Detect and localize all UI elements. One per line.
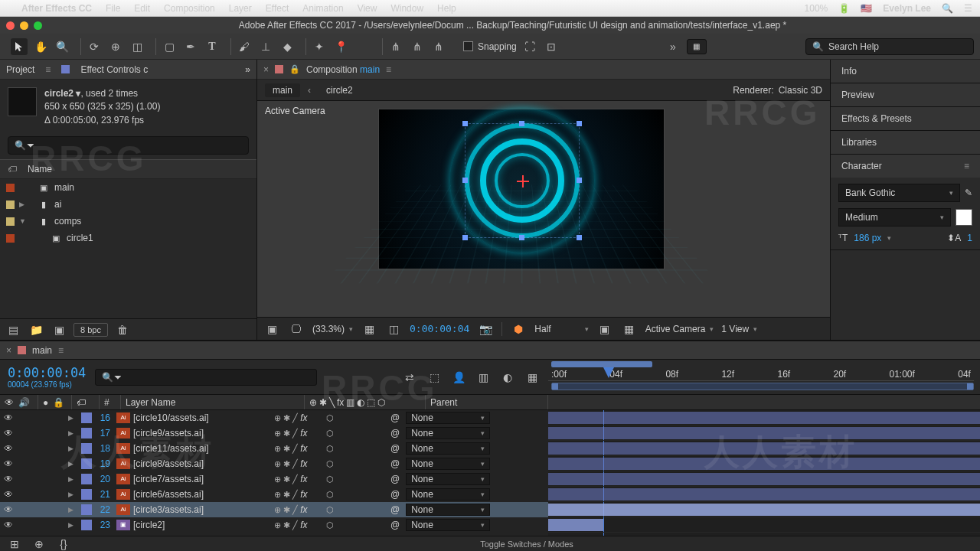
- layer-bar[interactable]: [548, 427, 980, 439]
- rotation-tool[interactable]: ⟳: [86, 38, 103, 55]
- handle-bc[interactable]: [519, 235, 524, 240]
- hand-tool[interactable]: ✋: [32, 38, 49, 55]
- delete-icon[interactable]: 🗑: [114, 321, 131, 338]
- always-preview-icon[interactable]: ▣: [263, 321, 280, 337]
- graph-editor-icon[interactable]: ▦: [524, 369, 541, 386]
- label-swatch[interactable]: [81, 443, 92, 454]
- visibility-toggle[interactable]: 👁: [0, 489, 17, 500]
- timeline-current-time[interactable]: 0:00:00:04: [8, 365, 86, 380]
- eye-column-icon[interactable]: 👁: [5, 397, 14, 408]
- snap-collapse-icon[interactable]: ⊡: [543, 38, 560, 55]
- search-icon[interactable]: 🔍: [942, 3, 953, 14]
- panel-overflow-icon[interactable]: »: [245, 64, 250, 75]
- panel-menu-icon[interactable]: ≡: [386, 64, 391, 75]
- layer-name[interactable]: [circle11/assets.ai]: [133, 443, 270, 454]
- layer-bar[interactable]: [548, 488, 980, 500]
- close-tab-icon[interactable]: ×: [6, 345, 11, 356]
- world-axis-mode[interactable]: ⋔: [409, 38, 426, 55]
- composition-viewer[interactable]: Active Camera: [257, 101, 830, 317]
- parent-dropdown[interactable]: None▾: [406, 473, 490, 485]
- layer-row[interactable]: 👁 ▶ 19 Ai [circle8/assets.ai] ⊕ ✱ ╱ fx ⬡…: [0, 456, 548, 471]
- toggle-switches-modes[interactable]: Toggle Switches / Modes: [480, 540, 573, 549]
- handle-tr[interactable]: [577, 121, 582, 126]
- layer-row[interactable]: 👁 ▶ 20 Ai [circle7/assets.ai] ⊕ ✱ ╱ fx ⬡…: [0, 471, 548, 487]
- anchor-point-icon[interactable]: [519, 178, 527, 185]
- parent-dropdown[interactable]: None▾: [406, 427, 490, 439]
- flag-icon[interactable]: 🇺🇸: [861, 3, 872, 14]
- workspace-switcher[interactable]: ▦: [687, 39, 707, 54]
- snap-edge-icon[interactable]: ⛶: [521, 38, 538, 55]
- fill-color-swatch[interactable]: [956, 209, 972, 226]
- new-comp-icon[interactable]: ▣: [51, 321, 67, 338]
- label-swatch[interactable]: [81, 412, 92, 423]
- menu-help[interactable]: Help: [437, 3, 456, 14]
- shy-icon[interactable]: 👤: [450, 369, 467, 386]
- font-size-value[interactable]: 186 px: [854, 233, 881, 243]
- pan-behind-tool[interactable]: ◫: [129, 38, 145, 55]
- project-list[interactable]: ▣ main ▶ ▮ ai ▼ ▮ comps ▣ circle1: [0, 179, 256, 318]
- parent-dropdown[interactable]: None▾: [406, 458, 490, 470]
- handle-lc[interactable]: [462, 178, 468, 183]
- close-tab-icon[interactable]: ×: [263, 64, 269, 75]
- zoom-tool[interactable]: 🔍: [54, 38, 70, 55]
- tab-effect-controls[interactable]: Effect Controls c: [80, 64, 148, 75]
- twirl-icon[interactable]: ▶: [63, 506, 78, 514]
- label-column-icon[interactable]: 🏷: [8, 164, 17, 174]
- twirl-icon[interactable]: ▶: [63, 521, 78, 529]
- unified-camera-tool[interactable]: ⊕: [107, 38, 124, 55]
- pickwhip-icon[interactable]: @: [390, 412, 400, 423]
- layer-bar[interactable]: [548, 458, 980, 470]
- switch-col-icon[interactable]: ⊕: [309, 397, 317, 408]
- rectangle-tool[interactable]: ▢: [161, 38, 178, 55]
- panel-menu-icon[interactable]: ≡: [58, 345, 64, 356]
- view-axis-mode[interactable]: ⋔: [430, 38, 447, 55]
- minimize-window-button[interactable]: [20, 21, 28, 30]
- mask-visibility-icon[interactable]: ◫: [385, 321, 402, 337]
- pickwhip-icon[interactable]: @: [390, 474, 400, 484]
- app-name[interactable]: After Effects CC: [21, 3, 92, 14]
- search-help-field[interactable]: 🔍 Search Help: [805, 38, 974, 55]
- layer-bar[interactable]: [548, 519, 603, 531]
- parent-dropdown[interactable]: None▾: [406, 412, 490, 424]
- switch-col-icon[interactable]: ◐: [357, 397, 364, 408]
- menu-edit[interactable]: Edit: [134, 3, 150, 14]
- label-swatch[interactable]: [81, 458, 92, 469]
- pickwhip-icon[interactable]: @: [390, 458, 400, 469]
- frame-blend-icon[interactable]: ▥: [475, 369, 492, 386]
- track-row[interactable]: [548, 471, 980, 487]
- switch-col-icon[interactable]: ▥: [346, 397, 354, 408]
- resolution-grid-icon[interactable]: ▦: [361, 321, 377, 337]
- label-swatch[interactable]: [81, 520, 92, 530]
- switch-col-icon[interactable]: ╲: [329, 397, 335, 408]
- zoom-window-button[interactable]: [34, 21, 42, 30]
- snapshot-icon[interactable]: 📷: [477, 321, 494, 337]
- twirl-icon[interactable]: ▶: [63, 445, 78, 452]
- project-search[interactable]: 🔍⏷: [8, 136, 249, 155]
- pickwhip-icon[interactable]: @: [390, 428, 400, 439]
- project-row[interactable]: ▣ main: [0, 179, 256, 196]
- parent-column[interactable]: Parent: [430, 397, 457, 408]
- menu-view[interactable]: View: [358, 3, 377, 14]
- menu-extras-icon[interactable]: ☰: [964, 3, 972, 14]
- label-swatch[interactable]: [81, 489, 92, 500]
- layer-name[interactable]: [circle7/assets.ai]: [133, 474, 270, 484]
- layer-name[interactable]: [circle9/assets.ai]: [133, 428, 270, 439]
- panel-preview[interactable]: Preview: [831, 83, 980, 106]
- pickwhip-icon[interactable]: @: [390, 489, 400, 500]
- work-area-bar[interactable]: [551, 361, 652, 367]
- layer-switches[interactable]: ⊕ ✱ ╱ fx ⬡: [270, 489, 384, 500]
- layer-name[interactable]: [circle2]: [133, 520, 270, 530]
- track-row[interactable]: [548, 517, 980, 533]
- twirl-icon[interactable]: ▶: [63, 429, 78, 437]
- layer-bar[interactable]: [548, 473, 980, 485]
- menu-file[interactable]: File: [106, 3, 120, 14]
- twirl-icon[interactable]: ▶: [63, 475, 78, 483]
- label-swatch[interactable]: [81, 428, 92, 439]
- parent-dropdown[interactable]: None▾: [406, 519, 490, 531]
- label-swatch[interactable]: [6, 201, 15, 209]
- pickwhip-icon[interactable]: @: [390, 504, 400, 515]
- twirl-icon[interactable]: ▼: [19, 217, 28, 225]
- font-weight-dropdown[interactable]: Medium▾: [838, 208, 951, 227]
- parent-dropdown[interactable]: None▾: [406, 488, 490, 500]
- brush-tool[interactable]: 🖌: [236, 38, 253, 55]
